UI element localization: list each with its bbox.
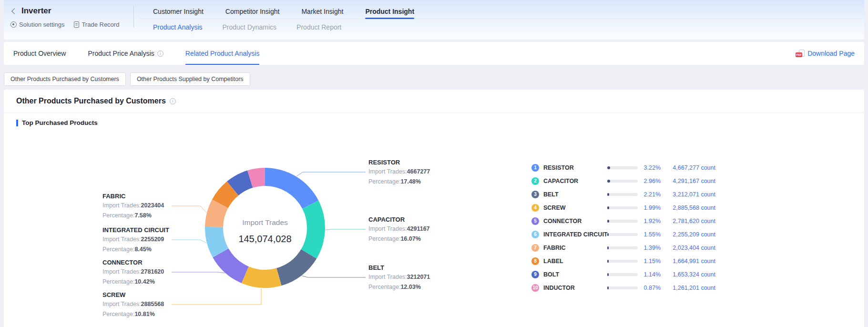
rank-badge: 3	[531, 191, 539, 198]
legend-row-fabric[interactable]: 7FABRIC1.39%2,023,404 count	[531, 241, 715, 255]
legend-count: 2,885,568 count	[661, 204, 715, 211]
callout-percentage: Percentage:16.07%	[368, 234, 430, 244]
tab-product-insight[interactable]: Product Insight	[365, 5, 414, 19]
legend-progress-bar	[607, 220, 638, 223]
tab-row: Customer InsightCompetitor InsightMarket…	[139, 5, 864, 19]
callout-name: BELT	[368, 264, 430, 272]
page-title: Inverter	[21, 6, 51, 16]
settings-icon	[10, 21, 17, 28]
rank-badge: 7	[531, 244, 539, 252]
nav-tabs: Product OverviewProduct Price AnalysisiR…	[13, 42, 259, 65]
tab-competitor-insight[interactable]: Competitor Insight	[225, 5, 280, 19]
action-trade-record[interactable]: Trade Record	[74, 21, 119, 28]
action-solution-settings[interactable]: Solution settings	[10, 21, 64, 28]
page: Inverter Solution settingsTrade Record C…	[0, 0, 868, 327]
info-icon[interactable]: i	[157, 51, 163, 57]
legend-name: BOLT	[543, 271, 607, 278]
callout-name: CAPACITOR	[368, 215, 430, 224]
callout-capacitor: CAPACITORImport Trades:4291167Percentage…	[368, 215, 430, 244]
callout-name: INTEGRATED CIRCUIT	[102, 226, 169, 235]
legend-progress-bar	[607, 260, 638, 263]
legend-share-percent: 1.14%	[638, 271, 661, 278]
rank-badge: 2	[531, 177, 539, 185]
tab-market-insight[interactable]: Market Insight	[301, 5, 343, 19]
donut-segment-screw[interactable]	[242, 266, 282, 288]
tab-customer-insight[interactable]: Customer Insight	[153, 5, 204, 19]
legend-share-percent: 2.21%	[638, 191, 661, 198]
pdf-icon: PDF	[796, 50, 805, 58]
subtab-product-report[interactable]: Product Report	[296, 23, 341, 31]
rank-badge: 9	[531, 271, 539, 278]
legend-share-percent: 1.55%	[638, 231, 661, 238]
rank-badge: 8	[531, 257, 539, 265]
rank-badge: 5	[531, 217, 539, 225]
legend-row-capacitor[interactable]: 2CAPACITOR2.96%4,291,167 count	[531, 174, 715, 188]
header-tabs: Customer InsightCompetitor InsightMarket…	[139, 0, 864, 40]
donut-segment-capacitor[interactable]	[301, 201, 325, 259]
callout-percentage: Percentage:8.45%	[102, 245, 169, 255]
callout-name: CONNECTOR	[102, 258, 164, 267]
legend-row-inductor[interactable]: 10INDUCTOR0.87%1,261,201 count	[531, 281, 715, 295]
legend-row-label[interactable]: 8LABEL1.15%1,664,991 count	[531, 255, 715, 268]
callout-connector: CONNECTORImport Trades:2781620Percentage…	[102, 258, 164, 287]
legend-progress-bar	[607, 166, 638, 169]
nav-tab-product-price-analysis[interactable]: Product Price Analysisi	[88, 42, 163, 65]
subtab-product-dynamics[interactable]: Product Dynamics	[223, 23, 277, 31]
callout-name: FABRIC	[102, 192, 164, 201]
callout-import-trades: Import Trades:2023404	[102, 201, 164, 211]
legend-progress-bar	[607, 233, 638, 236]
callout-import-trades: Import Trades:2885568	[102, 299, 164, 309]
callout-percentage: Percentage:17.48%	[368, 177, 430, 187]
action-label: Trade Record	[82, 21, 119, 28]
chart-legend: 1RESISTOR3.22%4,667,277 count2CAPACITOR2…	[531, 161, 715, 295]
legend-row-belt[interactable]: 3BELT2.21%3,212,071 count	[531, 188, 715, 201]
filter-button-other-products-purchased-by-customers[interactable]: Other Products Purchased by Customers	[4, 72, 126, 86]
download-page-label: Download Page	[807, 50, 855, 57]
donut-center-label: Import Trades	[242, 218, 288, 226]
leader-line-connector	[172, 272, 225, 273]
legend-count: 4,667,277 count	[661, 164, 715, 171]
legend-name: SCREW	[543, 204, 607, 211]
leader-line-integrated-circuit	[172, 240, 206, 243]
legend-count: 2,255,209 count	[661, 231, 715, 238]
main-card: Other Products Purchased by Customers i …	[4, 90, 864, 327]
legend-share-percent: 1.39%	[638, 245, 661, 251]
nav-tab-label: Product Overview	[13, 50, 66, 57]
leader-line-fabric	[172, 206, 206, 213]
leader-line-belt	[302, 276, 366, 277]
filter-button-other-products-supplied-by-competitors[interactable]: Other Products Supplied by Competitors	[130, 72, 250, 86]
subtitle-accent-bar	[16, 120, 18, 126]
subtab-product-analysis[interactable]: Product Analysis	[153, 23, 203, 31]
legend-count: 1,261,201 count	[661, 285, 715, 291]
callout-percentage: Percentage:7.58%	[102, 211, 164, 221]
subtitle-row: Top Purchased Products	[16, 119, 864, 126]
callout-belt: BELTImport Trades:3212071Percentage:12.0…	[368, 264, 430, 292]
back-icon[interactable]	[11, 8, 18, 14]
chart-subtitle: Top Purchased Products	[22, 119, 98, 126]
callout-name: SCREW	[102, 291, 164, 299]
subtab-row: Product AnalysisProduct DynamicsProduct …	[139, 23, 864, 31]
callout-name: RESISTOR	[368, 158, 430, 167]
donut-segment-resistor[interactable]	[265, 168, 318, 209]
info-icon[interactable]: i	[170, 98, 176, 104]
legend-row-resistor[interactable]: 1RESISTOR3.22%4,667,277 count	[531, 161, 715, 174]
legend-count: 1,664,991 count	[661, 258, 715, 265]
legend-progress-bar	[607, 286, 638, 289]
nav-bar: Product OverviewProduct Price AnalysisiR…	[4, 42, 864, 65]
legend-progress-bar	[607, 246, 638, 249]
legend-row-connector[interactable]: 5CONNECTOR1.92%2,781,620 count	[531, 215, 715, 228]
legend-row-integrated-circuit[interactable]: 6INTEGRATED CIRCUIT1.55%2,255,209 count	[531, 228, 715, 241]
legend-share-percent: 0.87%	[638, 285, 661, 291]
rank-badge: 10	[531, 284, 539, 292]
legend-count: 1,653,324 count	[661, 271, 715, 278]
callout-import-trades: Import Trades:2255209	[102, 235, 169, 245]
download-page-button[interactable]: PDF Download Page	[796, 50, 855, 58]
legend-progress-bar	[607, 193, 638, 196]
nav-tab-product-overview[interactable]: Product Overview	[13, 42, 66, 65]
legend-row-screw[interactable]: 4SCREW1.99%2,885,568 count	[531, 201, 715, 215]
section-head: Other Products Purchased by Customers i	[4, 90, 864, 113]
nav-tab-related-product-analysis[interactable]: Related Product Analysis	[185, 42, 260, 65]
legend-share-percent: 1.99%	[638, 204, 661, 211]
legend-row-bolt[interactable]: 9BOLT1.14%1,653,324 count	[531, 268, 715, 281]
trade-record-icon	[74, 21, 79, 28]
